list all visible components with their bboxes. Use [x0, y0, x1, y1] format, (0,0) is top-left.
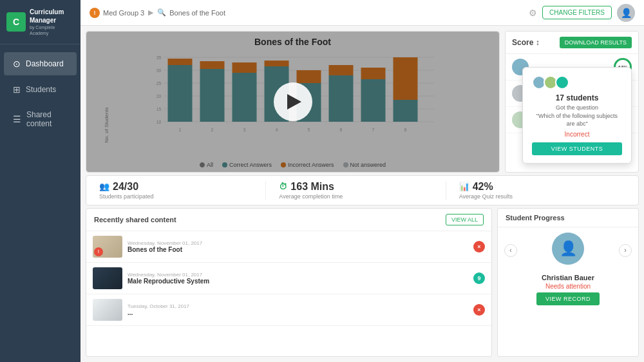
content-info-1: Wednesday, November 01, 2017 Male Reprod…: [128, 272, 473, 285]
tooltip-avatars: [532, 75, 622, 90]
progress-section-title: Student Progress: [506, 214, 565, 222]
view-all-button[interactable]: VIEW ALL: [446, 214, 484, 225]
video-overlay[interactable]: [86, 32, 499, 172]
nav-next-arrow[interactable]: ›: [619, 244, 632, 257]
topbar: ! Med Group 3 ▶ 🔍 Bones of the Foot ⚙ CH…: [80, 0, 644, 26]
content-date-2: Tuesday, October 31, 2017: [128, 303, 473, 309]
progress-card: Christian Bauer Needs attention VIEW REC…: [498, 271, 638, 310]
shared-section-title: Recently shared content: [94, 216, 176, 224]
progress-nav: ‹ 👤 ›: [498, 227, 638, 271]
sidebar-item-label-dashboard: Dashboard: [26, 59, 64, 68]
stat-students: 👥 24/30 Students participated: [99, 181, 266, 200]
dashboard-icon: ⊙: [13, 59, 21, 69]
content-area: Bones of the Foot No. of Students 35 30 …: [80, 26, 644, 175]
content-list: ! Wednesday, November 01, 2017 Bones of …: [86, 231, 491, 326]
sidebar-item-label-shared: Shared content: [26, 110, 68, 128]
stat-time-label: Average completion time: [279, 193, 343, 200]
time-stat-icon: ⏱: [279, 182, 287, 191]
tooltip-status: Incorrect: [532, 131, 622, 138]
stat-time-value: ⏱ 163 Mins: [279, 181, 334, 193]
content-action-1[interactable]: 9: [473, 272, 485, 284]
content-item-0: ! Wednesday, November 01, 2017 Bones of …: [86, 231, 491, 263]
tooltip-avatar-3: [555, 75, 569, 90]
logo-text: Curriculum Manager by Complete Academy: [30, 8, 74, 36]
progress-section-header: Student Progress: [498, 209, 638, 227]
sidebar-item-label-students: Students: [26, 85, 56, 94]
content-date-0: Wednesday, November 01, 2017: [128, 240, 473, 246]
content-thumb-0: !: [93, 236, 122, 258]
score-title: Score ↕: [512, 38, 540, 47]
content-badge-0: !: [94, 247, 103, 256]
topbar-actions: ⚙ CHANGE FILTERS 👤: [529, 4, 635, 22]
content-action-2[interactable]: ×: [473, 304, 485, 316]
student-status: Needs attention: [545, 283, 591, 290]
tooltip-description: Got the question"Which of the following …: [532, 104, 622, 128]
breadcrumb: ! Med Group 3 ▶ 🔍 Bones of the Foot: [90, 8, 225, 18]
play-button[interactable]: [274, 82, 312, 121]
stat-quiz: 📊 42% Average Quiz results: [446, 181, 625, 200]
view-record-button[interactable]: VIEW RECORD: [536, 292, 600, 305]
stat-time: ⏱ 163 Mins Average completion time: [266, 181, 446, 200]
tooltip-popup: 17 students Got the question"Which of th…: [522, 67, 632, 164]
score-header: Score ↕ DOWNLOAD RESULTS: [506, 32, 638, 54]
stats-row: 👥 24/30 Students participated ⏱ 163 Mins…: [86, 175, 639, 205]
nav-prev-arrow[interactable]: ‹: [504, 244, 517, 257]
stat-quiz-label: Average Quiz results: [459, 193, 513, 200]
progress-section: Student Progress ‹ 👤 › Christian Bauer N…: [497, 208, 639, 357]
content-thumb-1: [93, 267, 122, 289]
shared-icon: ☰: [13, 114, 21, 124]
shared-section-header: Recently shared content VIEW ALL: [86, 209, 491, 231]
content-name-0: Bones of the Foot: [128, 246, 473, 253]
brand-name: Curriculum: [30, 8, 74, 16]
change-filters-button[interactable]: CHANGE FILTERS: [542, 6, 612, 19]
content-item-2: Tuesday, October 31, 2017 ... ×: [86, 294, 491, 326]
main-content: ! Med Group 3 ▶ 🔍 Bones of the Foot ⚙ CH…: [80, 0, 644, 362]
content-info-0: Wednesday, November 01, 2017 Bones of th…: [128, 240, 473, 253]
stat-students-label: Students participated: [99, 193, 154, 200]
sidebar-item-students[interactable]: ⊞ Students: [4, 78, 77, 101]
student-avatar: 👤: [552, 233, 584, 265]
content-name-1: Male Reproductive System: [128, 278, 473, 285]
logo: C Curriculum Manager by Complete Academy: [0, 0, 80, 44]
score-panel: Score ↕ DOWNLOAD RESULTS 17 students Got…: [505, 31, 639, 173]
stat-quiz-value: 📊 42%: [459, 181, 493, 193]
breadcrumb-group: Med Group 3: [103, 9, 144, 17]
content-thumb-2: [93, 299, 122, 321]
sidebar: C Curriculum Manager by Complete Academy…: [0, 0, 80, 362]
brand-name2: Manager: [30, 16, 74, 24]
brand-sub: by Complete Academy: [30, 24, 74, 36]
quiz-stat-icon: 📊: [459, 182, 469, 191]
content-date-1: Wednesday, November 01, 2017: [128, 272, 473, 278]
content-name-2: ...: [128, 309, 473, 316]
view-students-button[interactable]: VIEW STUDENTS: [532, 142, 622, 155]
breadcrumb-arrow: ▶: [148, 8, 153, 17]
user-avatar[interactable]: 👤: [617, 4, 635, 22]
students-icon: ⊞: [13, 84, 21, 95]
chart-section: Bones of the Foot No. of Students 35 30 …: [86, 31, 500, 173]
content-info-2: Tuesday, October 31, 2017 ...: [128, 303, 473, 316]
sidebar-item-shared[interactable]: ☰ Shared content: [4, 104, 77, 135]
download-results-button[interactable]: DOWNLOAD RESULTS: [560, 37, 632, 48]
students-stat-icon: 👥: [99, 182, 109, 191]
settings-icon[interactable]: ⚙: [529, 8, 537, 18]
bottom-row: Recently shared content VIEW ALL ! Wedne…: [86, 208, 639, 357]
content-action-0[interactable]: ×: [473, 241, 485, 252]
breadcrumb-page: Bones of the Foot: [169, 9, 225, 17]
stat-students-value: 👥 24/30: [99, 181, 138, 193]
search-icon: 🔍: [157, 8, 166, 17]
student-name: Christian Bauer: [542, 274, 594, 281]
logo-icon: C: [6, 12, 26, 32]
sidebar-item-dashboard[interactable]: ⊙ Dashboard: [4, 52, 77, 75]
sidebar-nav: ⊙ Dashboard ⊞ Students ☰ Shared content: [0, 51, 80, 136]
content-item-1: Wednesday, November 01, 2017 Male Reprod…: [86, 263, 491, 294]
shared-section: Recently shared content VIEW ALL ! Wedne…: [86, 208, 492, 357]
warning-badge: !: [90, 8, 100, 18]
tooltip-count: 17 students: [532, 93, 622, 102]
